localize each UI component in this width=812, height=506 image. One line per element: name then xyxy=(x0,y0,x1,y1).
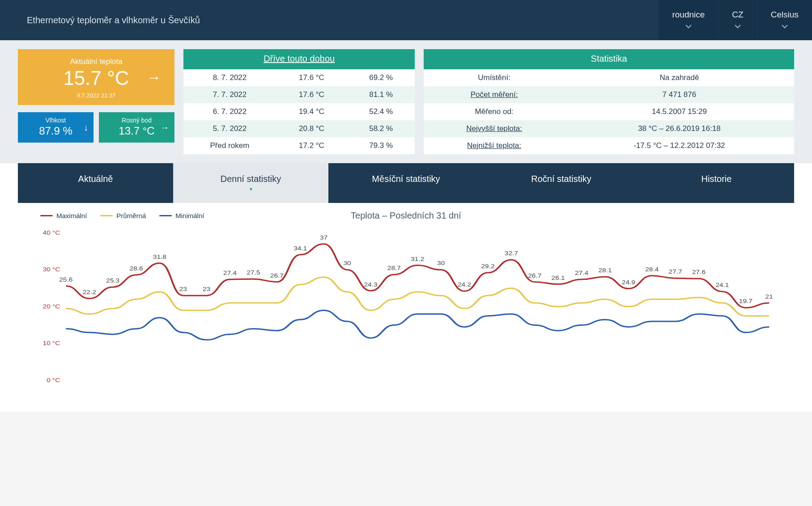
current-temp-card[interactable]: Aktuální teplota 15.7 °C → 9.7.2022 21:3… xyxy=(18,49,174,105)
legend-swatch-avg xyxy=(100,215,113,216)
svg-text:24.3: 24.3 xyxy=(364,281,377,287)
svg-text:31.2: 31.2 xyxy=(411,256,424,262)
history-temp: 17.2 °C xyxy=(276,137,347,154)
tab-label: Měsíční statistiky xyxy=(372,174,440,184)
chevron-down-icon xyxy=(782,22,788,30)
chevron-down-icon: ▾ xyxy=(178,186,324,192)
svg-text:27.7: 27.7 xyxy=(669,269,682,275)
stats-label[interactable]: Nejnižší teplota: xyxy=(424,137,565,154)
lang-selector-label: CZ xyxy=(732,10,743,20)
legend-item-avg[interactable]: Průměrná xyxy=(100,212,146,219)
svg-text:23: 23 xyxy=(179,286,187,292)
tab-label: Historie xyxy=(701,174,732,184)
stats-label[interactable]: Počet měření: xyxy=(424,86,565,103)
stats-panel-header: Statistika xyxy=(424,49,794,69)
svg-text:24.2: 24.2 xyxy=(458,282,471,288)
tab-label: Denní statistiky xyxy=(221,174,281,184)
svg-text:26.7: 26.7 xyxy=(270,272,284,278)
history-hum: 58.2 % xyxy=(347,120,415,137)
svg-text:28.4: 28.4 xyxy=(645,266,659,272)
history-hum: 81.1 % xyxy=(347,86,415,103)
small-cards-row: Vlhkost 87.9 % ↓ Rosný bod 13.7 °C → xyxy=(18,112,174,143)
humidity-value: 87.9 % xyxy=(21,125,90,137)
location-selector-label: roudnice xyxy=(672,10,705,20)
history-date: 7. 7. 2022 xyxy=(183,86,276,103)
lang-selector[interactable]: CZ xyxy=(718,0,757,40)
top-header: Ethernetový teploměr a vlhkoměr u Ševčík… xyxy=(0,0,812,40)
svg-text:0 °C: 0 °C xyxy=(47,377,60,384)
svg-text:31.8: 31.8 xyxy=(153,253,166,260)
svg-text:26.7: 26.7 xyxy=(528,272,541,278)
history-table: 8. 7. 202217.6 °C69.2 %7. 7. 202217.6 °C… xyxy=(183,69,415,154)
stats-row: Nejvyšší teplota:38 °C – 26.6.2019 16:18 xyxy=(424,120,794,137)
svg-text:30: 30 xyxy=(343,260,351,266)
arrow-right-icon: → xyxy=(147,69,161,85)
tab-denní-statistiky[interactable]: Denní statistiky▾ xyxy=(173,163,328,203)
top-section: Aktuální teplota 15.7 °C → 9.7.2022 21:3… xyxy=(0,40,812,163)
tab-roční-statistiky[interactable]: Roční statistiky xyxy=(484,163,639,203)
history-row: 5. 7. 202220.8 °C58.2 % xyxy=(183,120,415,137)
svg-text:23: 23 xyxy=(203,286,211,292)
history-hum: 79.3 % xyxy=(347,137,415,154)
humidity-card[interactable]: Vlhkost 87.9 % ↓ xyxy=(18,112,94,143)
chart-legend: Maximální Průměrná Minimální xyxy=(40,212,204,219)
stats-label: Umístění: xyxy=(424,69,565,86)
history-temp: 17.6 °C xyxy=(276,86,347,103)
tab-aktuálně[interactable]: Aktuálně xyxy=(18,163,173,203)
stats-value: 14.5.2007 15:29 xyxy=(565,103,794,120)
chart-area: Maximální Průměrná Minimální Teplota – P… xyxy=(18,203,794,412)
history-date: 6. 7. 2022 xyxy=(183,103,276,120)
legend-label-min: Minimální xyxy=(175,212,204,219)
svg-text:19.7: 19.7 xyxy=(739,298,752,304)
chart-header: Maximální Průměrná Minimální Teplota – P… xyxy=(31,212,781,224)
unit-selector[interactable]: Celsius xyxy=(757,0,812,40)
history-hum: 69.2 % xyxy=(347,69,415,86)
legend-item-min[interactable]: Minimální xyxy=(159,212,204,219)
current-timestamp: 9.7.2022 21:37 xyxy=(22,92,170,99)
svg-text:27.4: 27.4 xyxy=(223,270,237,276)
chevron-down-icon xyxy=(685,22,692,30)
legend-label-avg: Průměrná xyxy=(116,212,146,219)
history-row: 6. 7. 202219.4 °C52.4 % xyxy=(183,103,415,120)
chart-title: Teplota – Posledních 31 dní xyxy=(351,211,461,221)
header-selectors: roudnice CZ Celsius xyxy=(658,0,812,40)
svg-text:10 °C: 10 °C xyxy=(43,340,60,346)
svg-text:22.2: 22.2 xyxy=(83,289,96,295)
svg-text:27.5: 27.5 xyxy=(247,270,260,276)
svg-text:24.9: 24.9 xyxy=(622,279,635,285)
svg-text:40 °C: 40 °C xyxy=(43,230,60,236)
stats-value: Na zahradě xyxy=(565,69,794,86)
history-date: 5. 7. 2022 xyxy=(183,120,276,137)
legend-item-max[interactable]: Maximální xyxy=(40,212,87,219)
stats-row: Nejnižší teplota:-17.5 °C – 12.2.2012 07… xyxy=(424,137,794,154)
history-date: Před rokem xyxy=(183,137,276,154)
stats-panel-title: Statistika xyxy=(591,54,627,63)
current-temp-value: 15.7 °C xyxy=(63,67,129,89)
stats-row: Počet měření:7 471 876 xyxy=(424,86,794,103)
tabs-section: AktuálněDenní statistiky▾Měsíční statist… xyxy=(0,163,812,412)
tab-historie[interactable]: Historie xyxy=(639,163,794,203)
history-row: 7. 7. 202217.6 °C81.1 % xyxy=(183,86,415,103)
svg-text:34.1: 34.1 xyxy=(293,245,307,251)
tab-label: Roční statistiky xyxy=(531,174,591,184)
svg-text:29.2: 29.2 xyxy=(481,263,494,270)
location-selector[interactable]: roudnice xyxy=(659,0,718,40)
svg-text:32.7: 32.7 xyxy=(505,250,518,257)
arrow-down-icon: ↓ xyxy=(84,122,88,133)
current-column: Aktuální teplota 15.7 °C → 9.7.2022 21:3… xyxy=(18,49,174,154)
stats-table: Umístění:Na zahraděPočet měření:7 471 87… xyxy=(424,69,794,154)
svg-text:26.1: 26.1 xyxy=(552,274,565,281)
history-panel-header[interactable]: Dříve touto dobou xyxy=(183,49,415,69)
tabs-row: AktuálněDenní statistiky▾Měsíční statist… xyxy=(18,163,794,203)
stats-value: 7 471 876 xyxy=(565,86,794,103)
svg-text:28.7: 28.7 xyxy=(387,265,401,271)
stats-panel: Statistika Umístění:Na zahraděPočet měře… xyxy=(424,49,794,154)
stats-label[interactable]: Nejvyšší teplota: xyxy=(424,120,565,137)
dewpoint-card[interactable]: Rosný bod 13.7 °C → xyxy=(99,112,174,143)
history-temp: 19.4 °C xyxy=(276,103,347,120)
history-temp: 20.8 °C xyxy=(276,120,347,137)
stats-value: -17.5 °C – 12.2.2012 07:32 xyxy=(565,137,794,154)
tab-měsíční-statistiky[interactable]: Měsíční statistiky xyxy=(328,163,484,203)
stats-value: 38 °C – 26.6.2019 16:18 xyxy=(565,120,794,137)
svg-text:20 °C: 20 °C xyxy=(43,304,60,310)
